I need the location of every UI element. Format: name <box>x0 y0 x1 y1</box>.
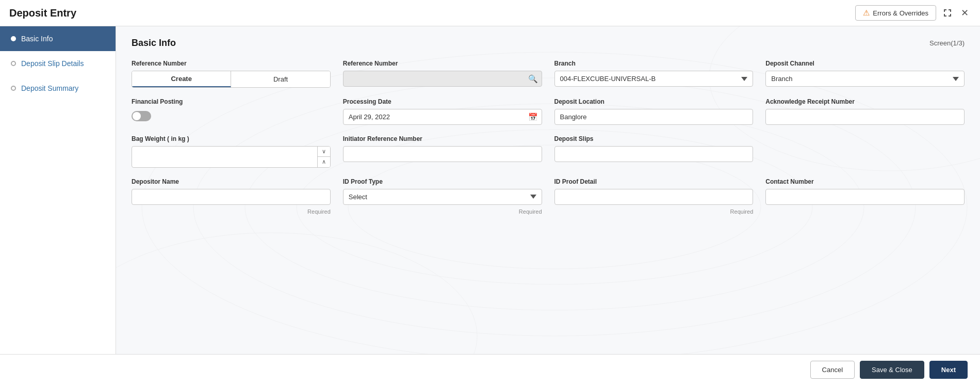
field-id-proof-type: ID Proof Type Select Required <box>343 178 542 215</box>
content-title: Basic Info <box>132 38 176 49</box>
cancel-button[interactable]: Cancel <box>810 361 855 379</box>
processing-date-wrapper: 📅 <box>343 109 542 125</box>
label-processing-date: Processing Date <box>343 98 542 105</box>
contact-number-input[interactable] <box>765 189 965 205</box>
financial-posting-toggle[interactable] <box>132 111 151 121</box>
form-row-4: Depositor Name Required ID Proof Type Se… <box>132 178 965 215</box>
form-row-1: Reference Number Create Draft Reference … <box>132 60 965 88</box>
maximize-button[interactable] <box>941 7 954 19</box>
depositor-name-input[interactable] <box>132 189 331 205</box>
sidebar-item-basic-info[interactable]: Basic Info <box>0 26 116 51</box>
id-proof-type-select[interactable]: Select <box>343 189 542 205</box>
label-id-proof-type: ID Proof Type <box>343 178 542 185</box>
id-proof-detail-input[interactable] <box>554 189 754 205</box>
app-title: Deposit Entry <box>9 7 76 19</box>
financial-posting-toggle-wrapper <box>132 111 331 121</box>
label-bag-weight: Bag Weight ( in kg ) <box>132 135 331 142</box>
ref-btn-draft[interactable]: Draft <box>231 71 330 87</box>
form: Reference Number Create Draft Reference … <box>132 60 965 215</box>
label-id-proof-detail: ID Proof Detail <box>554 178 754 185</box>
field-acknowledge-receipt-number: Acknowledge Receipt Number <box>765 98 965 125</box>
deposit-slips-input[interactable] <box>554 146 754 162</box>
label-financial-posting: Financial Posting <box>132 98 331 105</box>
label-initiator-reference-number: Initiator Reference Number <box>343 135 542 142</box>
label-deposit-channel: Deposit Channel <box>765 60 965 67</box>
sidebar-item-label: Deposit Summary <box>21 84 78 92</box>
field-reference-number-type: Reference Number Create Draft <box>132 60 331 88</box>
header: Deposit Entry ⚠ Errors & Overrides ✕ <box>0 0 980 26</box>
form-row-3: Bag Weight ( in kg ) ∨ ∧ <box>132 135 965 168</box>
sidebar-item-label: Basic Info <box>21 35 53 43</box>
processing-date-input[interactable] <box>343 109 542 125</box>
ref-button-group: Create Draft <box>132 71 331 88</box>
toggle-knob <box>133 112 141 120</box>
warning-icon: ⚠ <box>863 8 870 18</box>
ref-btn-create[interactable]: Create <box>132 71 231 87</box>
label-contact-number: Contact Number <box>765 178 965 185</box>
field-reference-number-input: Reference Number 🔍 <box>343 60 542 88</box>
next-button[interactable]: Next <box>929 361 968 379</box>
sidebar-dot <box>11 36 16 41</box>
label-reference-number-input: Reference Number <box>343 60 542 67</box>
bag-weight-input-wrapper: ∨ ∧ <box>132 146 331 168</box>
reference-number-input[interactable] <box>343 71 542 87</box>
label-reference-number-type: Reference Number <box>132 60 331 67</box>
screen-label: Screen(1/3) <box>929 39 965 47</box>
header-actions: ⚠ Errors & Overrides ✕ <box>855 5 971 21</box>
content-area: Basic Info Screen(1/3) Reference Number … <box>116 26 980 354</box>
id-proof-type-required: Required <box>343 208 542 215</box>
field-financial-posting: Financial Posting <box>132 98 331 125</box>
errors-button-label: Errors & Overrides <box>873 9 928 17</box>
label-depositor-name: Depositor Name <box>132 178 331 185</box>
field-id-proof-detail: ID Proof Detail Required <box>554 178 754 215</box>
branch-select[interactable]: 004-FLEXCUBE-UNIVERSAL-B <box>554 71 754 87</box>
field-contact-number: Contact Number <box>765 178 965 215</box>
stepper-down-btn[interactable]: ∨ <box>318 147 330 156</box>
field-branch: Branch 004-FLEXCUBE-UNIVERSAL-B <box>554 60 754 88</box>
sidebar-dot <box>11 61 16 66</box>
field-deposit-slips: Deposit Slips <box>554 135 754 168</box>
id-proof-detail-required: Required <box>554 208 754 215</box>
deposit-channel-select[interactable]: Branch <box>765 71 965 87</box>
sidebar-item-deposit-summary[interactable]: Deposit Summary <box>0 76 116 101</box>
app-window: Deposit Entry ⚠ Errors & Overrides ✕ Bas… <box>0 0 980 385</box>
stepper-up-btn[interactable]: ∧ <box>318 157 330 167</box>
acknowledge-receipt-number-input[interactable] <box>765 109 965 125</box>
errors-overrides-button[interactable]: ⚠ Errors & Overrides <box>855 5 936 21</box>
calendar-icon[interactable]: 📅 <box>528 113 538 122</box>
initiator-reference-number-input[interactable] <box>343 146 542 162</box>
label-acknowledge-receipt-number: Acknowledge Receipt Number <box>765 98 965 105</box>
label-deposit-slips: Deposit Slips <box>554 135 754 142</box>
search-icon[interactable]: 🔍 <box>528 74 538 84</box>
close-button[interactable]: ✕ <box>959 5 971 21</box>
label-deposit-location: Deposit Location <box>554 98 754 105</box>
sidebar-dot <box>11 86 16 91</box>
field-bag-weight: Bag Weight ( in kg ) ∨ ∧ <box>132 135 331 168</box>
sidebar-item-label: Deposit Slip Details <box>21 59 84 68</box>
form-row-2: Financial Posting Processing Date <box>132 98 965 125</box>
footer: Cancel Save & Close Next <box>0 354 980 385</box>
save-close-button[interactable]: Save & Close <box>860 361 924 379</box>
content-header: Basic Info Screen(1/3) <box>132 38 965 49</box>
depositor-name-required: Required <box>132 208 331 215</box>
field-processing-date: Processing Date 📅 <box>343 98 542 125</box>
sidebar: Basic Info Deposit Slip Details Deposit … <box>0 26 116 354</box>
field-deposit-channel: Deposit Channel Branch <box>765 60 965 88</box>
sidebar-item-deposit-slip-details[interactable]: Deposit Slip Details <box>0 51 116 76</box>
bag-weight-input[interactable] <box>132 149 317 164</box>
field-empty-1 <box>765 135 965 168</box>
field-initiator-reference-number: Initiator Reference Number <box>343 135 542 168</box>
label-branch: Branch <box>554 60 754 67</box>
content-inner: Basic Info Screen(1/3) Reference Number … <box>116 26 980 354</box>
main-layout: Basic Info Deposit Slip Details Deposit … <box>0 26 980 354</box>
field-deposit-location: Deposit Location <box>554 98 754 125</box>
deposit-location-input[interactable] <box>554 109 754 125</box>
bag-stepper: ∨ ∧ <box>317 147 330 167</box>
field-depositor-name: Depositor Name Required <box>132 178 331 215</box>
reference-number-input-wrapper: 🔍 <box>343 71 542 87</box>
